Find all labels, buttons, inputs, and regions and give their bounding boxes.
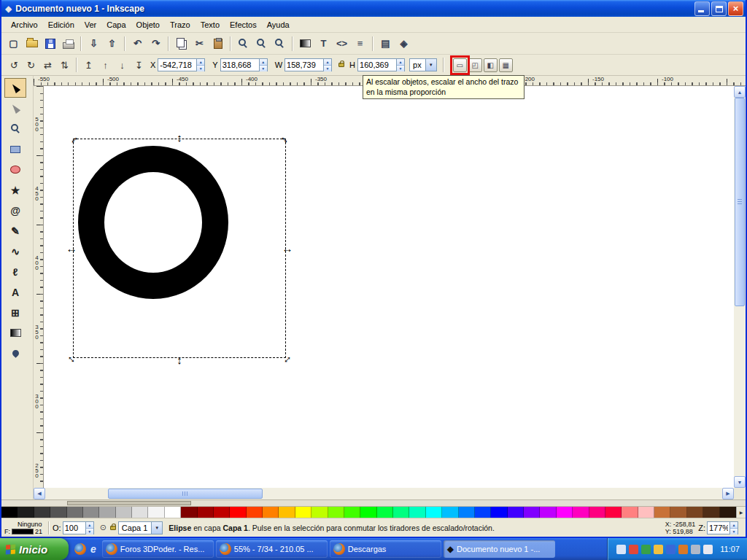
copy-button[interactable] xyxy=(172,35,190,52)
save-document-button[interactable] xyxy=(41,35,59,52)
w-input[interactable] xyxy=(285,59,323,71)
x-input[interactable] xyxy=(158,59,196,71)
export-document-button[interactable]: ⇧ xyxy=(103,35,121,52)
scroll-right-button[interactable]: ▶ xyxy=(722,488,734,499)
close-button[interactable]: × xyxy=(728,1,743,16)
palette-swatch[interactable] xyxy=(622,507,638,518)
h-input[interactable] xyxy=(358,59,396,71)
layer-visibility-icon[interactable]: ⊙ xyxy=(100,523,107,532)
y-spinbox[interactable]: ▲▼ xyxy=(220,58,268,71)
canvas[interactable]: ↔ ↕ ↔ ↔ ↔ ↔ ↕ ↔ xyxy=(44,86,734,488)
menu-ayuda[interactable]: Ayuda xyxy=(262,18,295,31)
tray-icon[interactable] xyxy=(678,545,688,554)
menu-ver[interactable]: Ver xyxy=(80,18,102,31)
flip-horizontal-button[interactable]: ⇄ xyxy=(39,58,56,73)
scale-rounded-corners-toggle[interactable]: ◰ xyxy=(468,58,482,72)
selection-handle-s[interactable]: ↕ xyxy=(177,354,182,365)
menu-edicin[interactable]: Edición xyxy=(43,18,80,31)
tray-icon[interactable] xyxy=(691,545,700,554)
firefox-quicklaunch-icon[interactable] xyxy=(74,543,86,555)
palette-swatch[interactable] xyxy=(703,507,719,518)
zoom-spinbox[interactable]: ▲▼ xyxy=(707,521,738,534)
palette-swatch[interactable] xyxy=(442,507,458,518)
palette-swatch[interactable] xyxy=(279,507,295,518)
rectangle-tool[interactable] xyxy=(4,139,26,159)
palette-swatch[interactable] xyxy=(198,507,214,518)
lower-button[interactable]: ↓ xyxy=(114,58,131,73)
raise-to-top-button[interactable]: ↥ xyxy=(80,58,97,73)
zoom-to-selection-button[interactable] xyxy=(234,35,252,52)
palette-swatch[interactable] xyxy=(540,507,556,518)
palette-swatch[interactable] xyxy=(459,507,475,518)
tray-icon[interactable] xyxy=(654,545,663,554)
menu-texto[interactable]: Texto xyxy=(196,18,225,31)
undo-button[interactable]: ↶ xyxy=(128,35,147,52)
palette-swatch[interactable] xyxy=(524,507,540,518)
palette-swatch[interactable] xyxy=(247,507,263,518)
scroll-down-button[interactable]: ▼ xyxy=(734,476,746,488)
palette-scrollbar[interactable] xyxy=(1,499,746,507)
rotate-90-ccw-button[interactable]: ↺ xyxy=(6,58,23,73)
palette-swatch[interactable] xyxy=(311,507,328,518)
palette-swatch[interactable] xyxy=(50,507,66,518)
align-and-distribute-dialog-button[interactable]: ≡ xyxy=(351,35,369,52)
palette-swatch[interactable] xyxy=(181,507,197,518)
task-inkscape[interactable]: ◆Documento nuevo 1 -... xyxy=(444,540,555,558)
selection-handle-e[interactable]: ↔ xyxy=(282,243,293,254)
palette-swatch[interactable] xyxy=(654,507,670,518)
ellipse-tool[interactable] xyxy=(4,160,26,179)
calligraphy-tool[interactable]: ℓ xyxy=(4,262,26,281)
selection-handle-w[interactable]: ↔ xyxy=(66,243,77,254)
horizontal-scroll-thumb[interactable] xyxy=(108,489,263,499)
tray-icon[interactable] xyxy=(641,545,651,554)
zoom-tool[interactable] xyxy=(4,119,26,139)
scroll-left-button[interactable]: ◀ xyxy=(34,488,45,499)
palette-swatch[interactable] xyxy=(263,507,279,518)
palette-swatch[interactable] xyxy=(670,507,686,518)
task-firefox-foros[interactable]: Foros 3DPoder. - Res... xyxy=(102,540,214,558)
palette-swatch[interactable] xyxy=(230,507,246,518)
palette-scroll-thumb[interactable] xyxy=(67,501,191,505)
palette-swatch[interactable] xyxy=(589,507,605,518)
zoom-to-page-button[interactable] xyxy=(271,35,289,52)
rotate-90-cw-button[interactable]: ↻ xyxy=(23,58,39,73)
layer-selector[interactable]: Capa 1▼ xyxy=(118,521,163,534)
zoom-to-drawing-button[interactable] xyxy=(252,35,271,52)
spiral-tool[interactable]: @ xyxy=(4,201,26,220)
palette-swatch[interactable] xyxy=(491,507,507,518)
palette-swatch[interactable] xyxy=(165,507,181,518)
palette-swatch[interactable] xyxy=(328,507,344,518)
palette-swatch[interactable] xyxy=(67,507,83,518)
inkscape-preferences-button[interactable]: ◈ xyxy=(395,35,413,52)
print-document-button[interactable] xyxy=(59,35,77,52)
paste-button[interactable] xyxy=(209,35,227,52)
zoom-input[interactable] xyxy=(708,522,729,534)
unit-selector[interactable]: px▼ xyxy=(409,58,437,71)
text-tool[interactable]: A xyxy=(4,282,26,302)
palette-swatch[interactable] xyxy=(295,507,311,518)
fill-and-stroke-dialog-button[interactable] xyxy=(296,35,314,52)
w-spinbox[interactable]: ▲▼ xyxy=(285,58,332,71)
vertical-ruler[interactable]: 500450400350300250 xyxy=(34,86,44,488)
palette-swatch[interactable] xyxy=(687,507,703,518)
palette-swatch[interactable] xyxy=(83,507,99,518)
start-button[interactable]: Inicio xyxy=(0,538,69,560)
palette-swatch[interactable] xyxy=(360,507,376,518)
text-and-font-dialog-button[interactable]: T xyxy=(314,35,333,52)
tray-icon[interactable] xyxy=(629,545,638,554)
menu-archivo[interactable]: Archivo xyxy=(6,18,43,31)
palette-swatch[interactable] xyxy=(393,507,409,518)
palette-more-button[interactable]: ▶ xyxy=(736,507,746,518)
task-firefox-pdf[interactable]: 55% - 7/34 - 210.05 ... xyxy=(216,540,328,558)
menu-efectos[interactable]: Efectos xyxy=(225,18,262,31)
selection-handle-n[interactable]: ↕ xyxy=(177,132,182,143)
minimize-button[interactable] xyxy=(694,1,710,16)
scroll-up-button[interactable]: ▲ xyxy=(734,86,746,98)
new-document-button[interactable]: ▢ xyxy=(4,35,23,52)
palette-swatch[interactable] xyxy=(1,507,18,518)
palette-swatch[interactable] xyxy=(148,507,164,518)
vertical-scroll-thumb[interactable] xyxy=(735,98,745,306)
palette-swatch[interactable] xyxy=(34,507,50,518)
dropper-tool[interactable] xyxy=(4,343,26,363)
flip-vertical-button[interactable]: ⇅ xyxy=(56,58,73,73)
